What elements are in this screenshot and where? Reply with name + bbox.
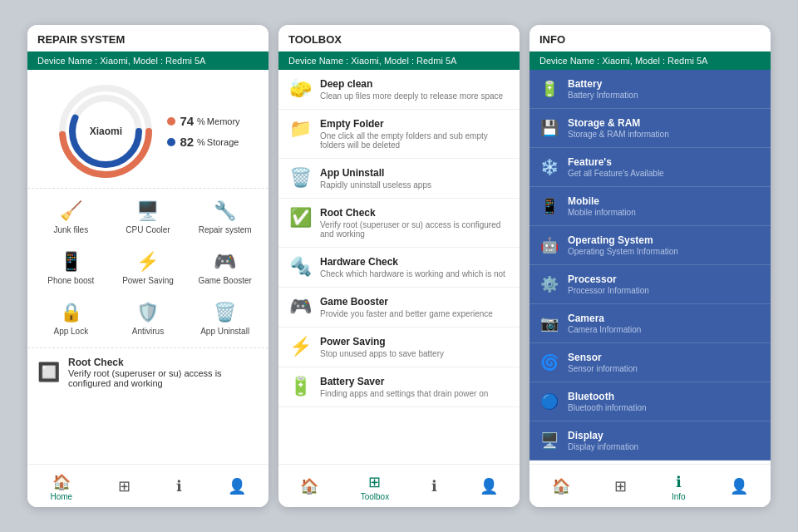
- toolbox-item-desc: Rapidly uninstall useless apps: [320, 180, 510, 190]
- tool-item-app-uninstall[interactable]: 🗑️App Uninstall: [188, 295, 262, 342]
- toolbox-footer: 🏠 ⊞ Toolbox ℹ 👤: [278, 464, 520, 507]
- info-item-title: Sensor: [568, 352, 761, 363]
- info-item-desc: Get all Feature's Available: [568, 169, 761, 178]
- profile-icon-2: 👤: [480, 477, 498, 495]
- info-item-icon: 🔋: [539, 80, 559, 98]
- donut-chart: Xiaomi: [56, 81, 155, 181]
- info-item-desc: Processor Information: [568, 286, 761, 295]
- tool-item-cpu-cooler[interactable]: 🖥️CPU Cooler: [111, 194, 185, 241]
- info-list-item[interactable]: 🌀 Sensor Sensor information: [530, 343, 771, 382]
- donut-center-label: Xiaomi: [90, 126, 122, 137]
- toolbox-item-icon: 🎮: [288, 296, 312, 318]
- toolbox-footer-home[interactable]: 🏠: [300, 477, 318, 496]
- storage-stat: 82 % Storage: [167, 135, 239, 149]
- tool-label: App Lock: [53, 327, 88, 336]
- footer-home[interactable]: 🏠 Home: [50, 473, 72, 501]
- info-item-desc: Battery Information: [568, 91, 761, 100]
- info-footer-profile[interactable]: 👤: [730, 477, 748, 496]
- repair-footer: 🏠 Home ⊞ ℹ 👤: [27, 464, 268, 507]
- toolbox-item-title: Empty Folder: [320, 118, 510, 130]
- root-check-bar[interactable]: 🔲 Root Check Verify root (superuser or s…: [27, 347, 268, 397]
- toolbox-list-item[interactable]: 🔋 Battery Saver Finding apps and setting…: [278, 367, 520, 407]
- toolbox-item-icon: 🧽: [288, 78, 312, 100]
- profile-icon: 👤: [228, 477, 246, 495]
- info-list-item[interactable]: 💾 Storage & RAM Storage & RAM informatio…: [530, 109, 771, 148]
- profile-icon-3: 👤: [730, 477, 748, 495]
- info-list-item[interactable]: 🤖 Operating System Operating System Info…: [530, 226, 771, 265]
- toolbox-list-item[interactable]: 🗑️ App Uninstall Rapidly uninstall usele…: [278, 159, 520, 199]
- tool-item-antivirus[interactable]: 🛡️Antivirus: [111, 295, 185, 342]
- repair-system-screen: REPAIR SYSTEM Device Name : Xiaomi, Mode…: [27, 25, 268, 507]
- info-item-title: Bluetooth: [568, 391, 761, 402]
- info-footer-info[interactable]: ℹ Info: [672, 473, 686, 501]
- toolbox-item-desc: Finding apps and settings that drain pow…: [320, 389, 510, 398]
- tool-label: Power Saving: [122, 276, 174, 285]
- toolbox-list-item[interactable]: 🔩 Hardware Check Check which hardware is…: [278, 248, 520, 288]
- info-item-desc: Operating System Information: [568, 247, 761, 256]
- toolbox-item-desc: One click all the empty folders and sub …: [320, 131, 510, 150]
- repair-device-bar: Device Name : Xiaomi, Model : Redmi 5A: [27, 52, 268, 70]
- toolbox-footer-profile[interactable]: 👤: [480, 477, 498, 496]
- toolbox-item-icon: 🗑️: [288, 167, 312, 189]
- tool-icon: 🧹: [60, 200, 82, 222]
- tool-label: Phone boost: [47, 276, 94, 285]
- tool-label: App Uninstall: [200, 327, 249, 336]
- root-check-text: Root Check Verify root (superuser or su)…: [68, 357, 259, 388]
- root-check-icon: 🔲: [37, 362, 60, 383]
- info-item-title: Mobile: [568, 195, 761, 207]
- tool-icon: 🎮: [214, 251, 236, 273]
- toolbox-item-title: Power Saving: [320, 336, 510, 347]
- info-list-item[interactable]: 📱 Mobile Mobile information: [530, 187, 771, 226]
- toolbox-item-icon: ⚡: [288, 336, 312, 357]
- tool-item-phone-boost[interactable]: 📱Phone boost: [34, 244, 108, 292]
- toolbox-list-item[interactable]: 🧽 Deep clean Clean up files more deeply …: [278, 70, 520, 110]
- info-list-item[interactable]: 🔋 Battery Battery Information: [530, 70, 771, 109]
- tool-item-power-saving[interactable]: ⚡Power Saving: [111, 244, 185, 292]
- toolbox-item-text: Game Booster Provide you faster and bett…: [320, 296, 510, 318]
- info-device-bar: Device Name : Xiaomi, Model : Redmi 5A: [530, 52, 771, 70]
- info-item-title: Feature's: [568, 156, 761, 168]
- toolbox-item-desc: Provide you faster and better game exper…: [320, 309, 510, 318]
- toolbox-list-item[interactable]: 🎮 Game Booster Provide you faster and be…: [278, 288, 520, 328]
- info-footer-home[interactable]: 🏠: [552, 477, 570, 496]
- toolbox-footer-toolbox[interactable]: ⊞ Toolbox: [361, 473, 389, 501]
- toolbox-item-desc: Verify root (superuser or su) access is …: [320, 220, 510, 239]
- info-item-icon: 📱: [539, 197, 559, 215]
- toolbox-footer-info[interactable]: ℹ: [431, 477, 437, 496]
- toolbox-device-bar: Device Name : Xiaomi, Model : Redmi 5A: [278, 52, 520, 70]
- tool-item-junk-files[interactable]: 🧹Junk files: [34, 194, 108, 241]
- toolbox-list-item[interactable]: 📁 Empty Folder One click all the empty f…: [278, 110, 520, 159]
- tool-item-app-lock[interactable]: 🔒App Lock: [34, 295, 108, 342]
- info-item-icon: 🌀: [539, 353, 559, 372]
- memory-pct: 74: [180, 114, 194, 128]
- footer-toolbox[interactable]: ⊞: [118, 477, 131, 496]
- info-item-text: Sensor Sensor information: [568, 352, 761, 373]
- tool-item-game-booster[interactable]: 🎮Game Booster: [188, 244, 262, 292]
- footer-info[interactable]: ℹ: [176, 477, 182, 496]
- info-list-item[interactable]: ❄️ Feature's Get all Feature's Available: [530, 148, 771, 187]
- info-footer-toolbox[interactable]: ⊞: [614, 477, 627, 496]
- info-item-title: Display: [568, 430, 761, 441]
- memory-stat: 74 % Memory: [167, 114, 239, 128]
- info-list-item[interactable]: ⚙️ Processor Processor Information: [530, 265, 771, 304]
- root-check-title: Root Check: [68, 357, 259, 368]
- tool-item-repair-system[interactable]: 🔧Repair system: [188, 194, 262, 241]
- info-item-desc: Display information: [568, 442, 761, 451]
- info-item-desc: Storage & RAM information: [568, 130, 761, 139]
- toolbox-list-item[interactable]: ⚡ Power Saving Stop unused apps to save …: [278, 328, 520, 367]
- info-item-icon: ❄️: [539, 158, 559, 176]
- info-list-item[interactable]: 📷 Camera Camera Information: [530, 304, 771, 343]
- tool-icon: 📱: [60, 251, 82, 273]
- toolbox-item-title: Battery Saver: [320, 376, 510, 387]
- toolbox-item-icon: 🔩: [288, 256, 312, 278]
- info-item-desc: Sensor information: [568, 364, 761, 373]
- storage-pct: 82: [180, 135, 194, 149]
- footer-profile[interactable]: 👤: [228, 477, 246, 496]
- toolbox-list-item[interactable]: ✅ Root Check Verify root (superuser or s…: [278, 199, 520, 248]
- tool-label: Antivirus: [132, 327, 164, 336]
- info-list-item[interactable]: 🖥️ Display Display information: [530, 421, 771, 461]
- tool-label: Repair system: [199, 225, 252, 234]
- info-item-text: Feature's Get all Feature's Available: [568, 156, 761, 178]
- toolbox-header: TOOLBOX: [278, 25, 520, 52]
- info-list-item[interactable]: 🔵 Bluetooth Bluetooth information: [530, 382, 771, 421]
